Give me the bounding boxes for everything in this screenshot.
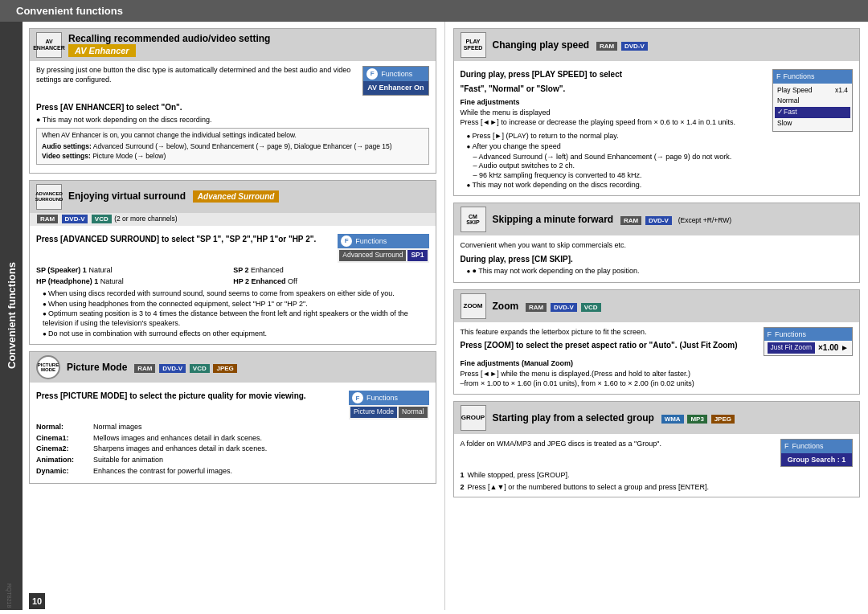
ps-bullet-1: Press [►] (PLAY) to return to the normal… <box>467 132 854 141</box>
pm-normal-val: Normal images <box>93 422 429 432</box>
pm-fp-header: F Functions <box>349 391 429 405</box>
step2-text: Press [▲▼] or the numbered buttons to se… <box>468 482 709 493</box>
play-speed-body: F Functions Play Speed x1.4 Normal <box>454 61 860 195</box>
play-speed-section: PLAYSPEED Changing play speed RAM DVD-V … <box>453 28 861 196</box>
surround-bullet-3: Optimum seating position is 3 to 4 times… <box>43 309 429 328</box>
audio-text: Advanced Surround (→ below), Sound Enhan… <box>93 142 392 150</box>
av-functions-icon: F <box>366 68 378 80</box>
group-icon: GROUP <box>461 405 486 431</box>
group-title-area: Starting play from a selected group WMA … <box>493 412 736 424</box>
surround-bullet-2: When using headphones from the connected… <box>43 300 429 309</box>
skip-bullets: ● This may not work depending on the pla… <box>461 267 854 276</box>
tag-dvdv: DVD-V <box>62 215 88 223</box>
ps-panel-title: Functions <box>784 72 815 82</box>
sp2-label: SP 2 Enhanced <box>233 265 428 276</box>
right-column: PLAYSPEED Changing play speed RAM DVD-V … <box>445 22 869 610</box>
picture-mode-section: PICTUREMODE Picture Mode RAM DVD-V VCD J… <box>29 351 436 484</box>
skip-section: CMSKIP Skipping a minute forward RAM DVD… <box>453 203 861 282</box>
pm-cinema1-label: Cinema1: <box>36 433 92 444</box>
ps-speed-row: Play Speed x1.4 <box>775 85 850 96</box>
zoom-header: ZOOM Zoom RAM DVD-V VCD <box>454 290 860 322</box>
surround-fp-icon: F <box>341 235 352 247</box>
surround-bullet-4: Do not use in combination with surround … <box>43 330 429 339</box>
pm-dyn-val: Enhances the contrast for powerful image… <box>93 466 429 477</box>
main-content: Convenient functions AVENHANCER Recallin… <box>0 22 868 610</box>
av-audio-settings: Audio settings: Advanced Surround (→ bel… <box>42 142 424 152</box>
zoom-fine-adj-label: Fine adjustments (Manual Zoom) <box>461 358 854 369</box>
ps-fast-row: ✓Fast <box>775 107 850 118</box>
group-section: GROUP Starting play from a selected grou… <box>453 401 861 497</box>
ps-value: x1.4 <box>835 86 848 96</box>
pm-fp-label: Functions <box>366 393 398 403</box>
surround-fp-header: F Functions <box>338 234 428 248</box>
group-fp-icon: F <box>784 441 789 452</box>
group-panel-title: Functions <box>792 441 824 452</box>
zoom-fp-icon: F <box>768 330 772 340</box>
zoom-section: ZOOM Zoom RAM DVD-V VCD F Func <box>453 289 861 395</box>
zoom-panel-title: Functions <box>775 330 806 340</box>
skip-title: Skipping a minute forward <box>493 214 614 225</box>
skip-header: CMSKIP Skipping a minute forward RAM DVD… <box>454 203 860 235</box>
group-steps: 1 While stopped, press [GROUP]. 2 Press … <box>461 470 854 492</box>
zoom-title-area: Zoom RAM DVD-V VCD <box>493 301 602 312</box>
play-speed-header: PLAYSPEED Changing play speed RAM DVD-V <box>454 29 860 61</box>
av-enhancer-body: F Functions AV Enhancer On By pressing j… <box>30 61 436 173</box>
pm-normal: Normal <box>399 407 427 418</box>
surround-bullet-1: When using discs recorded with surround … <box>43 289 429 299</box>
skip-tag-ram: RAM <box>620 216 641 225</box>
zoom-title: Zoom <box>493 301 519 312</box>
group-panel-body: Group Search : 1 <box>781 453 852 467</box>
ps-slow-row: Slow <box>775 118 850 129</box>
skip-convenient: Convenient when you want to skip commerc… <box>461 240 854 251</box>
skip-body: Convenient when you want to skip commerc… <box>454 235 860 281</box>
ps-tag-dvdv: DVD-V <box>621 42 648 51</box>
sidebar-label: Convenient functions <box>0 22 23 610</box>
av-enhancer-section: AVENHANCER Recalling recommended audio/v… <box>29 28 436 174</box>
zoom-panel-body: Just Fit Zoom ×1.00 ► <box>764 341 852 355</box>
ps-dash-list: Advanced Surround (→ left) and Sound Enh… <box>461 153 854 181</box>
skip-during-play: During play, press [CM SKIP]. <box>461 254 854 265</box>
tag-vcd: VCD <box>92 215 112 223</box>
ps-panel-header: F Functions <box>773 70 852 84</box>
video-text: Picture Mode (→ below) <box>92 152 166 160</box>
ps-normal-row: Normal <box>775 96 850 107</box>
skip-icon: CMSKIP <box>461 207 486 232</box>
zoom-panel-header: F Functions <box>764 328 852 342</box>
ps-bullet-2: After you change the speed <box>467 142 854 152</box>
pm-fp-icon: F <box>352 392 363 403</box>
zoom-tag-dvdv: DVD-V <box>551 303 577 312</box>
audio-label: Audio settings: <box>42 142 92 150</box>
zoom-val: ×1.00 ► <box>818 342 849 354</box>
page-number: 10 <box>29 593 45 609</box>
tag-extra: (2 or more channels) <box>114 215 177 223</box>
pm-result: Picture Mode Normal <box>349 405 429 420</box>
group-tag-jpeg: JPEG <box>711 415 735 424</box>
hp2-label: HP 2 Enhanced Off <box>233 276 428 287</box>
skip-tag-extra: (Except +R/+RW) <box>678 216 731 224</box>
pm-mode-table: Normal: Normal images Cinema1: Mellows i… <box>36 422 429 476</box>
step2-num: 2 <box>461 482 465 493</box>
skip-title-area: Skipping a minute forward RAM DVD-V (Exc… <box>493 214 732 225</box>
rqt-code: RQT8218 <box>6 583 12 608</box>
surround-tags: RAM DVD-V VCD (2 or more channels) <box>30 213 436 226</box>
group-tag-wma: WMA <box>661 415 684 424</box>
av-warning: When AV Enhancer is on, you cannot chang… <box>36 128 429 165</box>
surround-result: Advanced Surround SP1 <box>338 248 428 263</box>
av-enhancer-icon: AVENHANCER <box>36 32 62 58</box>
surround-subtitle: Advanced Surround <box>193 190 280 203</box>
surround-fp-label: Functions <box>355 236 387 247</box>
tag-ram: RAM <box>37 215 58 223</box>
picture-mode-title: Picture Mode <box>67 362 127 373</box>
video-label: Video settings: <box>42 152 91 160</box>
skip-tag-dvdv: DVD-V <box>645 216 672 225</box>
hp1-label: HP (Headphone) 1 Natural <box>36 276 231 287</box>
picture-mode-icon: PICTUREMODE <box>36 355 60 379</box>
surround-title: Enjoying virtual surround <box>68 190 186 202</box>
group-panel: F Functions Group Search : 1 <box>780 439 853 467</box>
group-panel-header: F Functions <box>781 440 852 453</box>
av-enhancer-header: AVENHANCER Recalling recommended audio/v… <box>30 29 436 61</box>
surround-section: ADVANCEDSURROUND Enjoying virtual surrou… <box>29 180 436 346</box>
surround-bullets: When using discs recorded with surround … <box>36 289 429 338</box>
group-title: Starting play from a selected group <box>493 412 654 424</box>
zoom-tag-ram: RAM <box>526 303 547 312</box>
